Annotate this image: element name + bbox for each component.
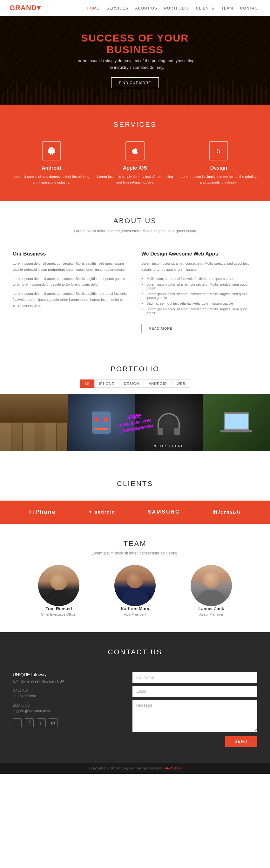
service-design: 5 Design Lorem Ipsum is simply dummy tex… [180, 142, 257, 185]
team-grid: Tom Rensed Chief Executive Officer Kathr… [13, 565, 257, 616]
nav-link-team[interactable]: TEAM [221, 6, 233, 10]
filter-all[interactable]: All [80, 379, 94, 388]
portfolio-title: PORTFOLIO [0, 365, 270, 373]
android-service-icon [42, 142, 61, 160]
filter-android[interactable]: ANDROID [144, 379, 172, 388]
design-service-desc: Lorem Ipsum is simply dummy text of the … [180, 174, 257, 185]
about-col1-para1: Lorem ipsum dolor sit amet, consectetur … [13, 260, 129, 272]
microsoft-label: Microsoft [213, 509, 241, 516]
filter-web[interactable]: WEB [172, 379, 190, 388]
social-icons: t f p g+ [13, 718, 116, 727]
nav-link-home[interactable]: HOME [87, 6, 100, 10]
footer-text: Copyright © 2016 Company name All rights… [6, 767, 264, 770]
team-member3-name: Lancer Jack [180, 606, 243, 611]
design-service-icon: 5 [209, 142, 228, 160]
portfolio-item-1[interactable] [0, 394, 68, 451]
body1 [45, 590, 73, 606]
brand-logo[interactable]: GRAND▾ [9, 4, 40, 12]
contact-email-input[interactable] [132, 686, 257, 697]
contact-phone: +1 234 567890 [13, 693, 116, 699]
team-member-2: Kathren Mory Vice President [103, 565, 167, 616]
about-section: ABOUT US Lorem ipsum dolor sit amet, con… [0, 201, 270, 349]
hero-section: SUCCESS OF YOUR BUSINESS Lorem Ipsum is … [0, 16, 270, 104]
about-bullet-list: Mollis sem, sed quoci factivela factivel… [141, 276, 257, 316]
services-grid: Android Lorem Ipsum is simply dummy text… [13, 142, 257, 185]
service-ios: Apple IOS Lorem Ipsum is simply dummy te… [96, 142, 173, 185]
social-facebook[interactable]: f [25, 718, 34, 727]
portfolio-item-2[interactable] [68, 394, 135, 451]
about-col2-heading: We Design Awesome Web Apps [141, 251, 257, 257]
team-avatar-3 [191, 565, 232, 606]
about-col1-heading: Our Business [13, 251, 129, 257]
team-member1-name: Tom Rensed [27, 606, 90, 611]
contact-email: support@sitename.com [13, 708, 116, 714]
person3-visual [191, 565, 232, 606]
contact-grid: UNIQUE Infoway 104, Some street, NewYork… [13, 672, 257, 747]
portfolio-item-4[interactable] [202, 394, 270, 451]
team-member2-role: Vice President [103, 613, 167, 616]
team-member3-role: Junior Manager [180, 613, 243, 616]
send-button[interactable]: SEND [225, 736, 257, 747]
brand-suffix: ▾ [37, 4, 40, 12]
services-section: SERVICES Android Lorem Ipsum is simply d… [0, 104, 270, 201]
read-more-button[interactable]: READ MORE [141, 324, 180, 333]
client-iphone:  iPhone [29, 508, 56, 516]
nav-item-services[interactable]: SERVICES [106, 5, 128, 11]
client-android: ✦ android [88, 509, 115, 515]
brand-name: GRAND [9, 4, 37, 12]
ios-service-desc: Lorem Ipsum is simply dummy text of the … [96, 174, 173, 185]
nav-link-services[interactable]: SERVICES [106, 6, 128, 10]
social-google-plus[interactable]: g+ [49, 718, 58, 727]
contact-email-label: Email us [13, 704, 116, 707]
portfolio-grid: 不猪吧 WWW-BCBS.COM 九豆佳精品商业设计素材 [0, 394, 270, 451]
nav-link-portfolio[interactable]: PORTFOLIO [164, 6, 189, 10]
nav-link-contact[interactable]: CONTACT [240, 6, 261, 10]
android-label: android [94, 509, 115, 515]
portfolio-section: PORTFOLIO All IPHONE DESIGN ANDROID WEB … [0, 349, 270, 467]
service-android: Android Lorem Ipsum is simply dummy text… [13, 142, 90, 185]
team-avatar-2 [114, 565, 156, 606]
contact-company: UNIQUE Infoway [13, 672, 116, 677]
navbar: GRAND▾ HOME SERVICES ABOUT US PORTFOLIO … [0, 0, 270, 16]
about-col2-intro: Lorem ipsum dolor sit amet, consectetur … [141, 260, 257, 272]
contact-name-input[interactable] [132, 672, 257, 683]
person-shape-1 [38, 565, 79, 606]
nav-item-contact[interactable]: CONTACT [240, 5, 261, 11]
hero-title-line2: BUSINESS [76, 44, 194, 56]
nav-item-portfolio[interactable]: PORTFOLIO [164, 5, 189, 11]
clients-section: CLIENTS [0, 467, 270, 501]
hero-cta-button[interactable]: FIND OUT MoRE [111, 78, 159, 88]
contact-section: CONTACT US UNIQUE Infoway 104, Some stre… [0, 632, 270, 763]
nav-item-team[interactable]: TEAM [221, 5, 233, 11]
ios-service-icon [126, 142, 144, 160]
social-pinterest[interactable]: p [37, 718, 46, 727]
head2 [127, 572, 143, 588]
team-avatar-1 [38, 565, 79, 606]
client-microsoft: Microsoft [213, 509, 241, 516]
nav-link-about[interactable]: ABOUT US [135, 6, 157, 10]
nav-item-home[interactable]: HOME [87, 5, 100, 11]
contact-title: CONTACT US [13, 648, 257, 661]
about-bullet-3: Lorem ipsum dolor sit amet, consectetur … [141, 291, 257, 301]
about-bullet-4: Sagittis, sem qui factivela factivela. L… [141, 301, 257, 306]
social-twitter[interactable]: t [13, 718, 22, 727]
portfolio-item-3[interactable]: NEXUS PHONE [135, 394, 202, 451]
team-title: TEAM [13, 539, 257, 548]
body2 [121, 590, 149, 606]
body3 [197, 590, 225, 606]
person1-visual [38, 565, 79, 606]
team-member-3: Lancer Jack Junior Manager [180, 565, 243, 616]
head3 [202, 571, 220, 588]
contact-address: 104, Some street, NewYork, USA [13, 679, 116, 684]
nav-link-clients[interactable]: CLIENTS [196, 6, 214, 10]
hero-title: SUCCESS OF YOUR BUSINESS [76, 32, 194, 56]
contact-message-input[interactable] [132, 700, 257, 732]
person2-visual [114, 565, 156, 606]
filter-iphone[interactable]: IPHONE [94, 379, 119, 388]
apple-icon:  [29, 508, 32, 516]
nav-item-about[interactable]: ABOUT US [135, 5, 157, 11]
footer-link[interactable]: ARTISANS [165, 767, 181, 770]
nav-item-clients[interactable]: CLIENTS [196, 5, 214, 11]
team-member1-role: Chief Executive Officer [27, 613, 90, 616]
filter-design[interactable]: DESIGN [119, 379, 144, 388]
